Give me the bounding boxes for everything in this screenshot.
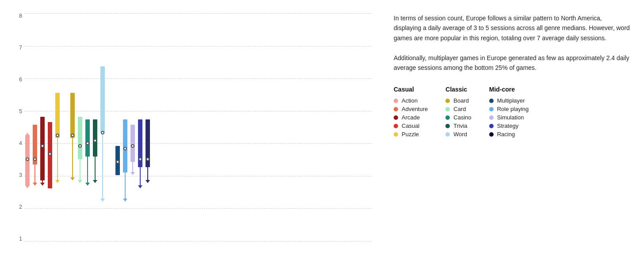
legend-label-0-1: Adventure bbox=[402, 106, 428, 112]
bar-item bbox=[137, 115, 143, 241]
bar-item bbox=[47, 118, 53, 241]
y-label-6: 6 bbox=[19, 77, 22, 82]
bar-item bbox=[145, 115, 151, 241]
legend-item-2-3: Strategy bbox=[489, 123, 529, 129]
description-text: In terms of session count, Europe follow… bbox=[394, 13, 631, 73]
legend-col-2: Mid-coreMultiplayerRole playingSimulatio… bbox=[489, 86, 529, 138]
legend-label-0-2: Arcade bbox=[402, 114, 420, 121]
bar-item bbox=[100, 62, 106, 241]
bar-item bbox=[24, 128, 31, 241]
legend-dot-0-3 bbox=[394, 124, 398, 128]
legend-label-2-3: Strategy bbox=[497, 123, 518, 129]
bar-item bbox=[122, 115, 128, 241]
bar-item bbox=[32, 120, 38, 241]
chart-area: 8 7 6 5 4 3 2 1 bbox=[0, 0, 380, 268]
genre-group-0 bbox=[24, 88, 61, 241]
legend-label-1-4: Word bbox=[453, 131, 467, 138]
legend-item-0-4: Puzzle bbox=[394, 131, 428, 138]
y-label-8: 8 bbox=[19, 13, 22, 19]
legend-item-0-0: Action bbox=[394, 97, 428, 104]
bar-item bbox=[84, 115, 91, 241]
legend-dot-1-3 bbox=[445, 124, 450, 128]
legend-label-0-4: Puzzle bbox=[402, 131, 419, 138]
bar-item bbox=[130, 120, 136, 241]
legend-label-1-3: Trivia bbox=[453, 123, 467, 129]
right-panel: In terms of session count, Europe follow… bbox=[380, 0, 644, 268]
genre-group-1 bbox=[69, 62, 106, 241]
legend-item-1-4: Word bbox=[445, 131, 471, 138]
bars-container bbox=[24, 13, 372, 241]
legend-label-1-1: Card bbox=[453, 106, 466, 112]
legend-section: CasualActionAdventureArcadeCasualPuzzleC… bbox=[394, 86, 631, 138]
legend-item-1-1: Card bbox=[445, 106, 471, 112]
legend-dot-2-3 bbox=[489, 124, 494, 128]
legend-dot-1-4 bbox=[445, 132, 450, 137]
y-label-7: 7 bbox=[19, 45, 22, 50]
legend-category-0: Casual bbox=[394, 86, 428, 93]
legend-dot-1-0 bbox=[445, 99, 450, 103]
legend-item-0-2: Arcade bbox=[394, 114, 428, 121]
y-label-2: 2 bbox=[19, 204, 22, 210]
bar-item bbox=[77, 112, 83, 241]
legend-columns: CasualActionAdventureArcadeCasualPuzzleC… bbox=[394, 86, 631, 138]
legend-item-0-3: Casual bbox=[394, 123, 428, 129]
bar-item bbox=[115, 142, 121, 241]
legend-item-2-4: Racing bbox=[489, 131, 529, 138]
legend-dot-2-2 bbox=[489, 115, 494, 120]
legend-dot-0-1 bbox=[394, 107, 398, 111]
y-label-3: 3 bbox=[19, 172, 22, 178]
y-axis: 8 7 6 5 4 3 2 1 bbox=[4, 13, 22, 241]
legend-dot-2-1 bbox=[489, 107, 494, 111]
legend-item-2-2: Simulation bbox=[489, 114, 529, 121]
bar-item bbox=[54, 88, 61, 241]
legend-label-0-3: Casual bbox=[402, 123, 419, 129]
legend-dot-1-2 bbox=[445, 115, 450, 120]
y-label-1: 1 bbox=[19, 236, 22, 241]
legend-item-2-0: Multiplayer bbox=[489, 97, 529, 104]
legend-label-2-1: Role playing bbox=[497, 106, 529, 112]
legend-col-0: CasualActionAdventureArcadeCasualPuzzle bbox=[394, 86, 428, 138]
bar-item bbox=[69, 88, 76, 241]
genre-group-2 bbox=[115, 115, 151, 241]
legend-dot-0-2 bbox=[394, 115, 398, 120]
legend-dot-0-4 bbox=[394, 132, 398, 137]
legend-item-1-3: Trivia bbox=[445, 123, 471, 129]
legend-item-0-1: Adventure bbox=[394, 106, 428, 112]
bar-item bbox=[92, 115, 98, 241]
legend-dot-1-1 bbox=[445, 107, 450, 111]
legend-item-2-1: Role playing bbox=[489, 106, 529, 112]
legend-dot-2-4 bbox=[489, 132, 494, 137]
bar-item bbox=[39, 112, 46, 241]
legend-dot-0-0 bbox=[394, 99, 398, 103]
legend-category-1: Classic bbox=[445, 86, 471, 93]
legend-label-2-0: Multiplayer bbox=[497, 97, 525, 104]
legend-item-1-2: Casino bbox=[445, 114, 471, 121]
legend-col-1: ClassicBoardCardCasinoTriviaWord bbox=[445, 86, 471, 138]
legend-category-2: Mid-core bbox=[489, 86, 529, 93]
legend-label-2-4: Racing bbox=[497, 131, 515, 138]
y-label-4: 4 bbox=[19, 141, 22, 146]
y-label-5: 5 bbox=[19, 109, 22, 114]
legend-label-1-0: Board bbox=[453, 97, 469, 104]
legend-label-1-2: Casino bbox=[453, 114, 471, 121]
legend-label-2-2: Simulation bbox=[497, 114, 524, 121]
legend-dot-2-0 bbox=[489, 99, 494, 103]
legend-item-1-0: Board bbox=[445, 97, 471, 104]
legend-label-0-0: Action bbox=[402, 97, 418, 104]
